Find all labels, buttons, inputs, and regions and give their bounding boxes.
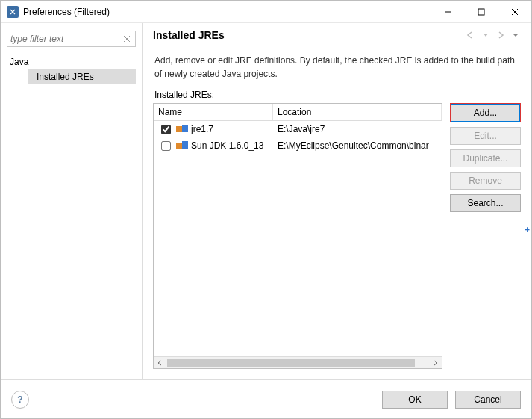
filter-input[interactable] [7,31,136,47]
table-row[interactable]: jre1.7 E:\Java\jre7 [154,121,442,137]
svg-rect-5 [182,141,188,149]
page-description: Add, remove or edit JRE definitions. By … [153,46,521,90]
ok-button[interactable]: OK [382,391,448,409]
preferences-window: Preferences (Filtered) Java Insta [0,0,532,419]
preference-tree: Java Installed JREs [7,52,136,84]
app-icon [7,6,19,18]
jre-location: E:\MyEclipse\Genuitec\Common\binar [273,140,442,151]
maximize-button[interactable] [464,1,498,22]
jre-checkbox[interactable] [161,141,171,151]
scroll-thumb[interactable] [166,357,430,369]
content-row: Name Location jre1.7 E: [153,103,521,369]
back-menu-icon[interactable] [481,30,491,40]
main-panel: Installed JREs Add, remove or edit JRE d… [143,23,531,379]
add-button[interactable]: Add... [451,104,520,122]
scroll-right-icon[interactable] [430,357,442,369]
jre-location: E:\Java\jre7 [273,124,442,134]
window-controls [431,1,531,22]
view-menu-icon[interactable] [510,30,521,40]
column-header-name[interactable]: Name [154,104,273,120]
minimize-button[interactable] [431,1,464,22]
back-icon[interactable] [466,30,476,40]
sidebar: Java Installed JREs [1,23,143,379]
nav-history [466,30,521,40]
jre-checkbox[interactable] [161,125,171,134]
jre-icon [176,125,188,134]
jre-name: Sun JDK 1.6.0_13 [191,140,263,151]
search-button[interactable]: Search... [450,194,521,212]
close-button[interactable] [498,1,531,22]
duplicate-button[interactable]: Duplicate... [450,149,521,167]
close-icon [511,8,519,16]
tree-item-installed-jres[interactable]: Installed JREs [28,69,136,84]
dialog-body: Java Installed JREs Installed JREs Add, … [1,23,531,379]
horizontal-scrollbar[interactable] [154,356,442,368]
help-icon: ? [17,394,22,405]
minimize-icon [444,8,451,16]
table-header: Name Location [154,104,442,121]
jre-table: Name Location jre1.7 E: [153,103,442,369]
jre-name: jre1.7 [191,124,213,134]
svg-rect-1 [478,9,484,15]
column-header-location[interactable]: Location [273,104,442,120]
add-highlight: Add... [450,103,521,122]
page-title: Installed JREs [153,29,466,41]
page-header: Installed JREs [153,29,521,46]
dialog-footer: ? OK Cancel [1,379,531,418]
table-body: jre1.7 E:\Java\jre7 Sun JDK 1.6.0_13 [154,121,442,356]
clear-filter-icon[interactable] [121,33,133,45]
filter-wrap [7,31,136,47]
jre-icon [176,141,188,150]
window-title: Preferences (Filtered) [23,7,431,17]
table-row[interactable]: Sun JDK 1.6.0_13 E:\MyEclipse\Genuitec\C… [154,137,442,154]
edit-button[interactable]: Edit... [450,127,521,145]
svg-rect-3 [182,125,188,132]
remove-button[interactable]: Remove [450,172,521,190]
table-label: Installed JREs: [153,90,521,103]
forward-icon[interactable] [495,30,506,40]
scroll-left-icon[interactable] [154,357,166,369]
cancel-button[interactable]: Cancel [455,391,521,409]
action-column: Add... Edit... Duplicate... Remove Searc… [450,103,521,369]
tree-item-java[interactable]: Java [7,55,136,69]
titlebar: Preferences (Filtered) [1,1,531,23]
maximize-icon [478,8,485,16]
help-button[interactable]: ? [11,391,29,409]
